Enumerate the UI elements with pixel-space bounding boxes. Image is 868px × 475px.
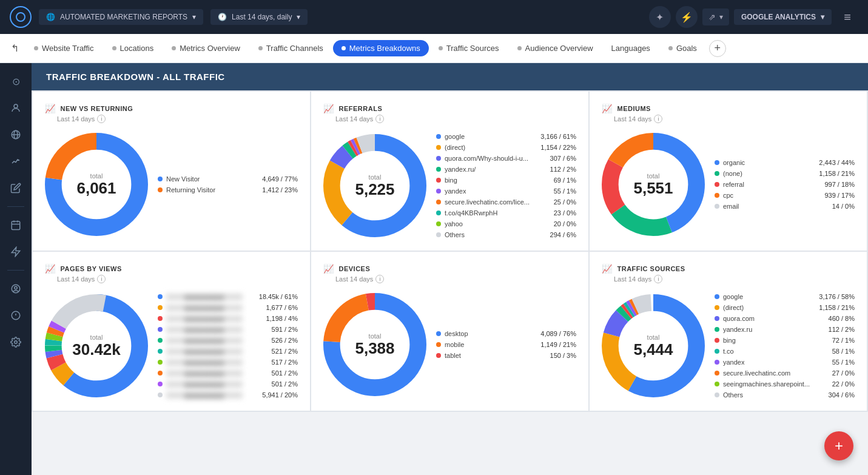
sidebar-info[interactable] <box>5 305 27 326</box>
legend-name: t.co <box>723 348 734 355</box>
tab-traffic-sources[interactable]: Traffic Sources <box>430 40 508 56</box>
tab-dot <box>668 46 673 50</box>
tab-metrics-overview[interactable]: Metrics Overview <box>163 40 249 56</box>
tab-locations[interactable]: Locations <box>104 40 163 56</box>
legend-color-dot <box>715 171 719 176</box>
nav-back-btn[interactable]: ↰ <box>5 39 24 58</box>
legend-color-dot <box>715 160 719 165</box>
add-tab-btn[interactable]: + <box>709 40 726 57</box>
sidebar-calendar[interactable] <box>5 214 27 236</box>
legend-value: 4,089 / 76% <box>540 330 576 337</box>
legend-name: (direct) <box>445 144 465 151</box>
trend-icon: 📈 <box>45 264 56 274</box>
trend-icon: 📈 <box>45 104 56 113</box>
legend-color-dot <box>158 382 163 386</box>
legend-value: 1,158 / 21% <box>819 304 855 311</box>
chevron-down-icon2: ▾ <box>297 13 300 21</box>
donut-chart: total 5,444 <box>602 294 705 397</box>
sidebar-globe[interactable] <box>5 124 27 146</box>
tab-goals[interactable]: Goals <box>660 40 705 56</box>
legend-name: google <box>445 133 465 140</box>
legend-name: mobile <box>445 341 464 348</box>
sidebar-user-profile[interactable] <box>5 278 27 300</box>
card-subtitle: Last 14 days i <box>335 275 576 283</box>
legend-value: 69 / 1% <box>554 177 576 184</box>
flame-icon-btn[interactable]: ⚡ <box>676 6 698 28</box>
legend-value: 1,149 / 21% <box>540 341 576 348</box>
chevron-ga: ▾ <box>821 13 824 21</box>
legend-color-dot <box>436 200 441 204</box>
legend-value: 939 / 17% <box>824 192 855 199</box>
card-devices: 📈 DEVICES Last 14 days i total 5,388 des… <box>311 252 588 411</box>
magic-icon-btn[interactable]: ✦ <box>649 6 671 28</box>
report-selector[interactable]: 🌐 AUTOMATED MARKETING REPORTS ▾ <box>39 9 203 25</box>
tab-metrics-breakdowns[interactable]: Metrics Breakdowns <box>333 40 429 56</box>
legend-name: desktop <box>445 330 468 337</box>
info-icon[interactable]: i <box>97 275 106 283</box>
tab-label: Goals <box>676 44 697 53</box>
legend-value: 1,158 / 21% <box>819 170 855 177</box>
sidebar-divider <box>7 206 24 207</box>
card-subtitle: Last 14 days i <box>614 115 855 123</box>
info-icon[interactable]: i <box>375 275 384 283</box>
info-icon[interactable]: i <box>375 115 384 123</box>
sidebar-settings[interactable] <box>5 331 27 353</box>
donut-total-value: 5,225 <box>355 181 394 198</box>
legend-item: seeingmachines.sharepoint... 22 / 0% <box>715 380 855 388</box>
legend-name: yandex <box>445 187 466 195</box>
info-icon[interactable]: i <box>97 115 106 123</box>
trend-icon: 📈 <box>323 104 334 113</box>
card-content: total 30.42k ▓▓▓▓▓▓▓▓▓ 18.45k / 61% ▓▓▓▓… <box>45 293 298 399</box>
legend-name: quora.com/Why-should-i-u... <box>445 155 528 162</box>
legend-color-dot <box>158 327 163 332</box>
legend-value: 1,154 / 22% <box>540 144 576 151</box>
card-new-vs-returning: 📈 NEW VS RETURNING Last 14 days i total … <box>33 92 310 251</box>
sidebar-users[interactable] <box>5 97 27 119</box>
card-title: 📈 DEVICES <box>323 264 576 274</box>
donut-label: total 5,444 <box>633 334 673 359</box>
tab-website-traffic[interactable]: Website Traffic <box>25 40 103 56</box>
ga-selector[interactable]: GOOGLE ANALYTICS ▾ <box>734 9 832 25</box>
legend-value: 1,412 / 23% <box>262 186 298 194</box>
legend-value: 72 / 1% <box>832 337 855 344</box>
legend-color-dot <box>436 232 441 237</box>
legend-item: t.co/q4KBRwrphH 23 / 0% <box>436 209 576 217</box>
tab-dot <box>341 46 346 50</box>
topbar-actions: ✦ ⚡ ⇗ ▾ GOOGLE ANALYTICS ▾ ≡ <box>649 6 858 28</box>
legend-name: Returning Visitor <box>166 186 215 194</box>
svg-marker-8 <box>12 248 20 257</box>
tab-traffic-channels[interactable]: Traffic Channels <box>250 40 332 56</box>
svg-point-0 <box>14 104 18 108</box>
legend-item: yahoo 20 / 0% <box>436 220 576 227</box>
sidebar-analytics[interactable] <box>5 150 27 172</box>
legend-color-dot <box>436 331 441 336</box>
donut-label: total 6,061 <box>76 172 116 197</box>
legend-value: 294 / 6% <box>550 231 576 238</box>
legend-item: New Visitor 4,649 / 77% <box>158 175 298 183</box>
tab-label: Metrics Breakdowns <box>349 44 420 53</box>
add-fab[interactable]: + <box>824 431 853 460</box>
info-icon[interactable]: i <box>654 275 662 283</box>
legend-color-dot <box>436 145 441 150</box>
tab-dot <box>258 46 263 50</box>
sidebar-edit[interactable] <box>5 177 27 199</box>
legend-item: yandex 55 / 1% <box>436 187 576 195</box>
menu-btn[interactable]: ≡ <box>836 6 858 28</box>
share-btn[interactable]: ⇗ ▾ <box>702 8 729 25</box>
legend-value: 22 / 0% <box>832 380 855 388</box>
date-label: Last 14 days, daily <box>232 13 292 21</box>
legend-item: mobile 1,149 / 21% <box>436 341 576 348</box>
legend-color-dot <box>436 211 441 215</box>
legend: desktop 4,089 / 76% mobile 1,149 / 21% t… <box>436 330 576 359</box>
clock-icon: 🕐 <box>218 13 227 21</box>
sidebar-home[interactable]: ⊙ <box>5 70 27 92</box>
info-icon[interactable]: i <box>654 115 662 123</box>
sidebar-lightning[interactable] <box>5 241 27 263</box>
legend-item: bing 69 / 1% <box>436 177 576 184</box>
date-selector[interactable]: 🕐 Last 14 days, daily ▾ <box>210 9 308 25</box>
tab-languages[interactable]: Languages <box>603 40 659 56</box>
tab-audience-overview[interactable]: Audience Overview <box>509 40 602 56</box>
logo[interactable] <box>10 6 32 28</box>
legend-value: 2,443 / 44% <box>819 159 855 166</box>
legend-item: tablet 150 / 3% <box>436 352 576 359</box>
